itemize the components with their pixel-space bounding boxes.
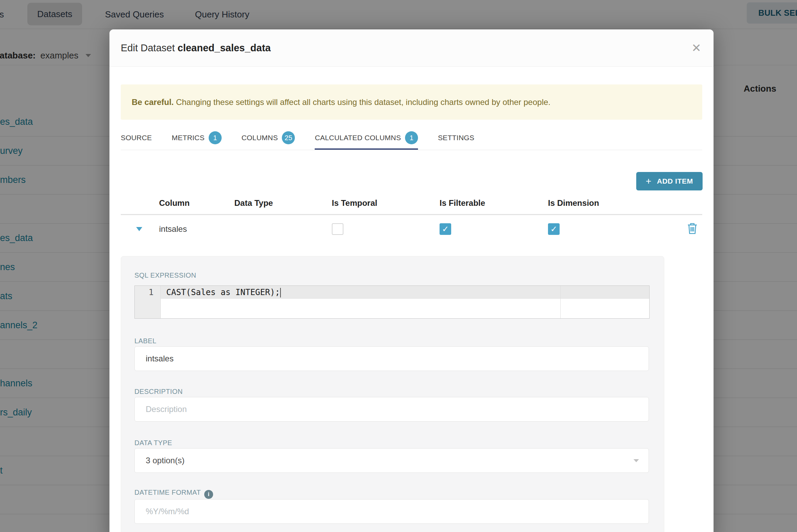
calculated-column-name: intsales xyxy=(159,223,187,235)
datetime-format-field-label: DATETIME FORMATi xyxy=(134,489,213,499)
column-header-is-temporal: Is Temporal xyxy=(332,198,377,208)
data-type-select[interactable]: 3 option(s) xyxy=(134,448,649,473)
plus-icon: + xyxy=(646,176,652,187)
tab-label: SOURCE xyxy=(121,134,152,142)
chevron-down-icon xyxy=(633,459,639,462)
modal-title: Edit Dataset cleaned_sales_data xyxy=(121,29,271,66)
modal-tabs: SOURCE METRICS1 COLUMNS25 CALCULATED COL… xyxy=(121,131,702,150)
tab-columns[interactable]: COLUMNS25 xyxy=(241,131,295,150)
column-header-is-dimension: Is Dimension xyxy=(548,198,599,208)
data-type-selected-value: 3 option(s) xyxy=(146,456,184,465)
column-header-data-type: Data Type xyxy=(234,198,273,208)
label-input[interactable] xyxy=(134,346,649,371)
modal-title-prefix: Edit Dataset xyxy=(121,42,178,53)
warning-bold: Be careful. xyxy=(132,97,174,107)
data-type-field-label: DATA TYPE xyxy=(134,439,172,447)
add-item-button[interactable]: +ADD ITEM xyxy=(636,172,703,190)
text-cursor xyxy=(280,288,281,297)
is-dimension-checkbox[interactable]: ✓ xyxy=(548,223,560,235)
calculated-columns-count-badge: 1 xyxy=(405,131,418,144)
info-icon[interactable]: i xyxy=(204,490,213,499)
edit-dataset-modal: Edit Dataset cleaned_sales_data ✕ Be car… xyxy=(109,29,714,532)
warning-text: Changing these settings will affect all … xyxy=(174,97,551,107)
tab-metrics[interactable]: METRICS1 xyxy=(172,131,222,150)
datetime-format-input[interactable] xyxy=(134,499,649,524)
tab-label: COLUMNS xyxy=(241,134,278,142)
tab-source[interactable]: SOURCE xyxy=(121,131,152,150)
editor-print-margin xyxy=(560,286,561,318)
columns-count-badge: 25 xyxy=(282,131,295,144)
line-number: 1 xyxy=(135,286,160,299)
description-field-label: DESCRIPTION xyxy=(134,388,183,396)
collapse-row-caret-icon[interactable] xyxy=(136,227,142,231)
tab-label: METRICS xyxy=(172,134,205,142)
tab-settings[interactable]: SETTINGS xyxy=(438,131,474,150)
editor-gutter: 1 xyxy=(135,286,161,318)
sql-expression-label: SQL EXPRESSION xyxy=(134,271,196,279)
modal-header: Edit Dataset cleaned_sales_data ✕ xyxy=(109,29,714,67)
modal-title-dataset-name: cleaned_sales_data xyxy=(178,42,271,53)
datetime-format-label-text: DATETIME FORMAT xyxy=(134,489,201,496)
delete-trash-icon[interactable] xyxy=(687,222,698,236)
tab-label: SETTINGS xyxy=(438,134,474,142)
is-temporal-checkbox[interactable] xyxy=(332,223,343,235)
sql-code-text: CAST(Sales as INTEGER); xyxy=(166,288,280,297)
divider xyxy=(121,214,702,215)
metrics-count-badge: 1 xyxy=(209,131,222,144)
calculated-column-detail-panel: SQL EXPRESSION 1 CAST(Sales as INTEGER);… xyxy=(121,256,664,532)
label-field-label: LABEL xyxy=(134,337,156,345)
sql-expression-editor[interactable]: 1 CAST(Sales as INTEGER); xyxy=(134,285,650,319)
add-item-label: ADD ITEM xyxy=(657,177,693,185)
sql-code[interactable]: CAST(Sales as INTEGER); xyxy=(166,286,281,299)
column-header-is-filterable: Is Filterable xyxy=(440,198,485,208)
is-filterable-checkbox[interactable]: ✓ xyxy=(440,223,451,235)
warning-banner: Be careful. Changing these settings will… xyxy=(121,84,702,120)
tab-calculated-columns[interactable]: CALCULATED COLUMNS1 xyxy=(315,131,418,150)
column-header-column: Column xyxy=(159,198,190,208)
description-input[interactable] xyxy=(134,397,649,422)
tab-label: CALCULATED COLUMNS xyxy=(315,134,401,142)
close-icon[interactable]: ✕ xyxy=(692,41,702,55)
